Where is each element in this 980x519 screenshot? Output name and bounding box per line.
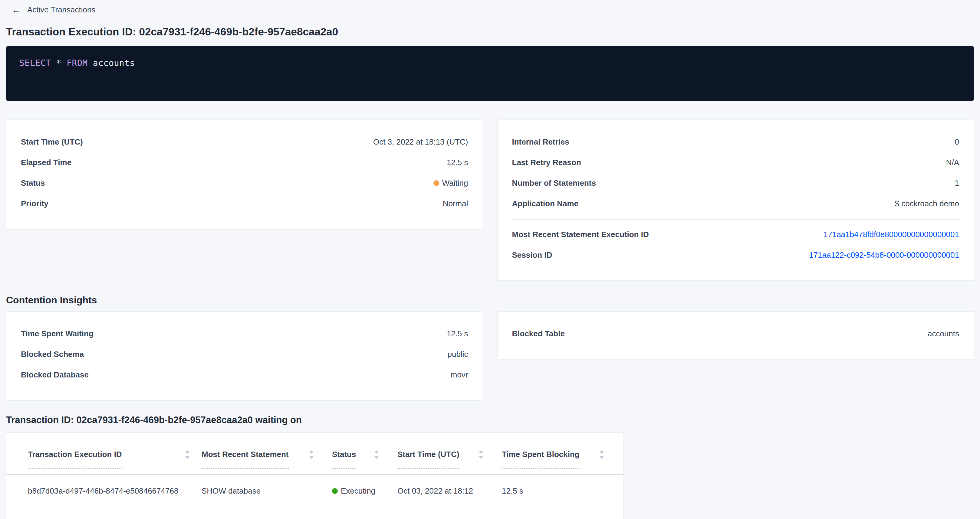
- statement-count-label: Number of Statements: [512, 178, 596, 188]
- column-header-time-spent-blocking[interactable]: Time Spent Blocking: [488, 433, 623, 475]
- sql-statement-box: SELECT * FROM accounts: [6, 46, 974, 101]
- blocked-schema-value: public: [448, 350, 468, 359]
- statement-execution-id-link[interactable]: 171aa1b478fdf0e80000000000000001: [824, 230, 959, 239]
- cell-most-recent-statement: SHOW database: [194, 475, 318, 513]
- status-row: Status Waiting: [21, 175, 468, 191]
- status-value: Waiting: [442, 178, 468, 188]
- column-header-most-recent-statement[interactable]: Most Recent Statement: [194, 433, 318, 475]
- elapsed-time-row: Elapsed Time 12.5 s: [21, 154, 468, 170]
- start-time-label: Start Time (UTC): [21, 137, 83, 147]
- contention-cards-row: Time Spent Waiting 12.5 s Blocked Schema…: [6, 311, 974, 400]
- status-badge: Executing: [332, 486, 379, 496]
- last-retry-reason-row: Last Retry Reason N/A: [512, 154, 959, 170]
- time-spent-waiting-label: Time Spent Waiting: [21, 329, 94, 338]
- application-name-value: $ cockroach demo: [895, 199, 959, 208]
- status-value: Executing: [341, 486, 375, 496]
- internal-retries-label: Internal Retries: [512, 137, 569, 147]
- table-header-row: Transaction Execution ID Most Recent Sta…: [6, 433, 623, 475]
- column-header-start-time[interactable]: Start Time (UTC): [383, 433, 488, 475]
- page-title: Transaction Execution ID: 02ca7931-f246-…: [6, 25, 974, 38]
- statement-count-row: Number of Statements 1: [512, 175, 959, 191]
- status-executing-dot-icon: [332, 488, 338, 494]
- overview-card: Start Time (UTC) Oct 3, 2022 at 18:13 (U…: [6, 120, 483, 229]
- application-name-label: Application Name: [512, 199, 579, 208]
- blocked-database-label: Blocked Database: [21, 370, 89, 379]
- sort-icon[interactable]: [479, 450, 483, 459]
- time-spent-waiting-value: 12.5 s: [447, 329, 468, 338]
- sort-icon[interactable]: [599, 450, 604, 459]
- internal-retries-value: 0: [955, 137, 959, 147]
- time-spent-waiting-row: Time Spent Waiting 12.5 s: [21, 326, 468, 341]
- contention-insights-heading: Contention Insights: [6, 294, 974, 306]
- column-label: Most Recent Statement: [202, 450, 289, 459]
- start-time-value: Oct 3, 2022 at 18:13 (UTC): [373, 137, 468, 147]
- arrow-left-icon: ←: [11, 5, 21, 14]
- elapsed-time-value: 12.5 s: [447, 158, 468, 167]
- sort-icon[interactable]: [374, 450, 379, 459]
- cell-transaction-execution-id: b8d7d03a-d497-446b-8474-e50846674768: [6, 475, 194, 513]
- contention-left-card: Time Spent Waiting 12.5 s Blocked Schema…: [6, 311, 483, 400]
- table-row: b8d7d03a-d497-446b-8474-e50846674768 SHO…: [6, 475, 623, 513]
- elapsed-time-label: Elapsed Time: [21, 158, 72, 167]
- back-link-label: Active Transactions: [27, 5, 95, 14]
- application-name-row: Application Name $ cockroach demo: [512, 196, 959, 211]
- sort-icon[interactable]: [309, 450, 314, 459]
- blocked-database-row: Blocked Database movr: [21, 367, 468, 383]
- summary-cards-row: Start Time (UTC) Oct 3, 2022 at 18:13 (U…: [6, 120, 974, 281]
- sql-identifier: accounts: [93, 58, 135, 68]
- waiting-on-table: Transaction Execution ID Most Recent Sta…: [6, 433, 623, 513]
- cell-start-time: Oct 03, 2022 at 18:12: [383, 475, 488, 513]
- sql-operator: *: [56, 58, 61, 68]
- statement-execution-id-row: Most Recent Statement Execution ID 171aa…: [512, 227, 959, 242]
- blocked-table-row: Blocked Table accounts: [512, 326, 959, 341]
- card-divider: [512, 219, 959, 220]
- execution-card: Internal Retries 0 Last Retry Reason N/A…: [497, 120, 974, 281]
- blocked-table-value: accounts: [928, 329, 959, 338]
- column-label: Transaction Execution ID: [28, 450, 122, 459]
- priority-row: Priority Normal: [21, 196, 468, 211]
- session-id-label: Session ID: [512, 251, 552, 260]
- contention-right-card: Blocked Table accounts: [497, 311, 974, 359]
- blocked-schema-label: Blocked Schema: [21, 350, 84, 359]
- sort-icon[interactable]: [185, 450, 190, 459]
- back-link-active-transactions[interactable]: ← Active Transactions: [11, 5, 95, 14]
- column-label: Start Time (UTC): [398, 450, 460, 459]
- blocked-database-value: movr: [451, 370, 468, 379]
- sql-keyword: SELECT: [19, 58, 51, 68]
- statement-execution-id-label: Most Recent Statement Execution ID: [512, 230, 649, 239]
- session-id-row: Session ID 171aa122-c092-54b8-0000-00000…: [512, 247, 959, 263]
- blocked-schema-row: Blocked Schema public: [21, 346, 468, 362]
- status-badge: Waiting: [433, 178, 468, 188]
- start-time-row: Start Time (UTC) Oct 3, 2022 at 18:13 (U…: [21, 134, 468, 150]
- status-waiting-dot-icon: [433, 180, 439, 186]
- last-retry-reason-value: N/A: [946, 158, 959, 167]
- cell-status: Executing: [318, 475, 383, 513]
- priority-value: Normal: [443, 199, 468, 208]
- blocked-table-label: Blocked Table: [512, 329, 565, 338]
- transaction-details-page: ← Active Transactions Transaction Execut…: [0, 0, 980, 519]
- statement-count-value: 1: [955, 178, 959, 188]
- priority-label: Priority: [21, 199, 48, 208]
- last-retry-reason-label: Last Retry Reason: [512, 158, 581, 167]
- status-label: Status: [21, 178, 45, 188]
- waiting-on-table-card: Transaction Execution ID Most Recent Sta…: [6, 433, 623, 519]
- cell-time-spent-blocking: 12.5 s: [488, 475, 623, 513]
- column-label: Time Spent Blocking: [502, 450, 579, 459]
- column-header-transaction-execution-id[interactable]: Transaction Execution ID: [6, 433, 194, 475]
- sql-keyword: FROM: [67, 58, 88, 68]
- column-label: Status: [332, 450, 356, 459]
- waiting-on-heading: Transaction ID: 02ca7931-f246-469b-b2fe-…: [6, 414, 974, 426]
- session-id-link[interactable]: 171aa122-c092-54b8-0000-000000000001: [809, 251, 959, 260]
- column-header-status[interactable]: Status: [318, 433, 383, 475]
- internal-retries-row: Internal Retries 0: [512, 134, 959, 150]
